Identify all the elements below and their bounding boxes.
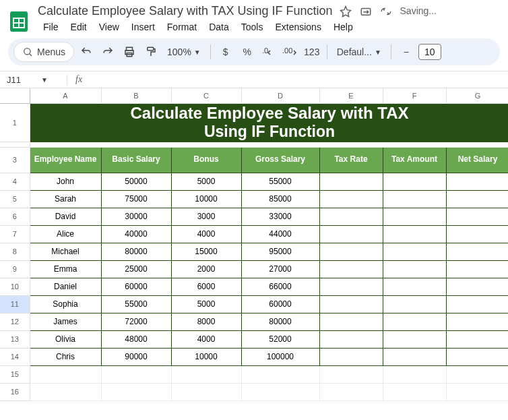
cell[interactable]: 40000 bbox=[101, 225, 171, 243]
menus-search[interactable]: Menus bbox=[13, 42, 74, 62]
cell[interactable]: 60000 bbox=[241, 295, 319, 313]
cell[interactable] bbox=[241, 365, 319, 383]
cell[interactable]: 100000 bbox=[241, 348, 319, 365]
cell[interactable]: 30000 bbox=[101, 208, 171, 225]
row-header[interactable] bbox=[0, 142, 30, 147]
menu-file[interactable]: File bbox=[38, 20, 64, 34]
cell[interactable] bbox=[383, 173, 446, 190]
menu-insert[interactable]: Insert bbox=[126, 20, 160, 34]
cell[interactable]: 4000 bbox=[171, 330, 241, 348]
cell[interactable] bbox=[446, 365, 508, 383]
move-icon[interactable] bbox=[360, 5, 372, 18]
document-title[interactable]: Calculate Employee Salary with TAX Using… bbox=[38, 4, 333, 18]
font-select[interactable]: Defaul... ▼ bbox=[333, 42, 385, 62]
table-header[interactable]: Gross Salary bbox=[241, 147, 319, 173]
col-header-g[interactable]: G bbox=[446, 88, 508, 103]
cell[interactable]: 55000 bbox=[241, 173, 319, 190]
cell[interactable]: 80000 bbox=[101, 243, 171, 260]
banner-cell[interactable]: Calculate Employee Salary with TAX Using… bbox=[30, 103, 508, 142]
cell[interactable]: John bbox=[30, 173, 101, 190]
cell[interactable]: Daniel bbox=[30, 278, 101, 295]
menu-edit[interactable]: Edit bbox=[65, 20, 92, 34]
star-icon[interactable] bbox=[340, 5, 352, 18]
cell[interactable] bbox=[446, 260, 508, 278]
decrease-decimal-button[interactable]: .0 bbox=[259, 42, 278, 62]
decrease-font-size-button[interactable]: − bbox=[397, 42, 416, 62]
cell[interactable] bbox=[319, 260, 383, 278]
menu-help[interactable]: Help bbox=[328, 20, 358, 34]
percent-button[interactable]: % bbox=[238, 42, 257, 62]
cell[interactable] bbox=[446, 313, 508, 330]
cell[interactable] bbox=[319, 278, 383, 295]
spreadsheet-grid[interactable]: A B C D E F G 1 Calculate Employee Salar… bbox=[0, 88, 508, 420]
cell[interactable]: Sarah bbox=[30, 190, 101, 208]
cell[interactable] bbox=[101, 365, 171, 383]
cell[interactable] bbox=[171, 383, 241, 400]
cell[interactable]: 10000 bbox=[171, 348, 241, 365]
row-header[interactable]: 1 bbox=[0, 103, 30, 142]
row-header[interactable]: 14 bbox=[0, 348, 30, 365]
cell[interactable] bbox=[383, 295, 446, 313]
row-header[interactable]: 6 bbox=[0, 208, 30, 225]
menu-extensions[interactable]: Extensions bbox=[269, 20, 326, 34]
cell[interactable] bbox=[446, 383, 508, 400]
cell[interactable] bbox=[171, 365, 241, 383]
col-header-a[interactable]: A bbox=[30, 88, 101, 103]
cell[interactable] bbox=[319, 208, 383, 225]
currency-button[interactable]: $ bbox=[216, 42, 235, 62]
cell[interactable] bbox=[319, 348, 383, 365]
increase-decimal-button[interactable]: .00 bbox=[281, 42, 300, 62]
row-header[interactable]: 13 bbox=[0, 330, 30, 348]
menu-format[interactable]: Format bbox=[162, 20, 202, 34]
cell[interactable] bbox=[30, 365, 101, 383]
row-header[interactable]: 10 bbox=[0, 278, 30, 295]
cell[interactable] bbox=[241, 383, 319, 400]
cell[interactable] bbox=[446, 208, 508, 225]
row-header[interactable]: 16 bbox=[0, 383, 30, 400]
cell[interactable]: 48000 bbox=[101, 330, 171, 348]
row-header[interactable]: 11 bbox=[0, 295, 30, 313]
row-header[interactable]: 4 bbox=[0, 173, 30, 190]
cell[interactable]: Emma bbox=[30, 260, 101, 278]
menu-tools[interactable]: Tools bbox=[236, 20, 269, 34]
col-header-c[interactable]: C bbox=[171, 88, 241, 103]
row-header[interactable]: 9 bbox=[0, 260, 30, 278]
row-header[interactable]: 15 bbox=[0, 365, 30, 383]
cell[interactable]: 95000 bbox=[241, 243, 319, 260]
cell[interactable]: 50000 bbox=[101, 173, 171, 190]
zoom-select[interactable]: 100% ▼ bbox=[163, 42, 205, 62]
cell[interactable] bbox=[383, 190, 446, 208]
cell[interactable]: 75000 bbox=[101, 190, 171, 208]
cell[interactable]: 27000 bbox=[241, 260, 319, 278]
cell[interactable] bbox=[319, 313, 383, 330]
select-all-corner[interactable] bbox=[0, 88, 30, 103]
table-header[interactable]: Basic Salary bbox=[101, 147, 171, 173]
cell[interactable] bbox=[30, 383, 101, 400]
name-box[interactable]: J11 ▼ bbox=[0, 75, 67, 85]
row-header[interactable]: 12 bbox=[0, 313, 30, 330]
cell[interactable] bbox=[383, 330, 446, 348]
number-format-button[interactable]: 123 bbox=[303, 42, 321, 62]
cell[interactable]: 4000 bbox=[171, 225, 241, 243]
cell[interactable]: 10000 bbox=[171, 190, 241, 208]
cell[interactable] bbox=[446, 173, 508, 190]
row-header[interactable]: 8 bbox=[0, 243, 30, 260]
col-header-f[interactable]: F bbox=[383, 88, 446, 103]
cell[interactable]: 5000 bbox=[171, 173, 241, 190]
cell[interactable] bbox=[319, 190, 383, 208]
table-header[interactable]: Tax Rate bbox=[319, 147, 383, 173]
col-header-b[interactable]: B bbox=[101, 88, 171, 103]
cell[interactable] bbox=[446, 243, 508, 260]
paint-format-button[interactable] bbox=[141, 42, 160, 62]
cell[interactable] bbox=[383, 260, 446, 278]
cell[interactable]: 8000 bbox=[171, 313, 241, 330]
cell[interactable] bbox=[383, 348, 446, 365]
cell[interactable]: 25000 bbox=[101, 260, 171, 278]
row-header[interactable]: 7 bbox=[0, 225, 30, 243]
cell[interactable] bbox=[446, 225, 508, 243]
cell[interactable]: Sophia bbox=[30, 295, 101, 313]
formula-input[interactable] bbox=[90, 75, 508, 85]
cell[interactable] bbox=[446, 278, 508, 295]
cell[interactable]: 33000 bbox=[241, 208, 319, 225]
redo-button[interactable] bbox=[98, 42, 117, 62]
